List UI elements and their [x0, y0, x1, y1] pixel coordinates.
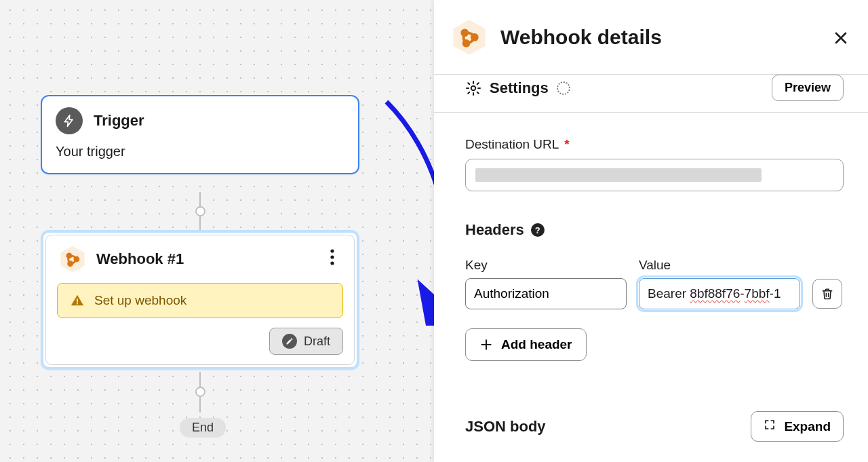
setup-warning-banner[interactable]: Set up webhook [57, 283, 343, 318]
value-column-label: Value [639, 258, 800, 273]
svg-marker-0 [60, 246, 84, 273]
end-node[interactable]: End [180, 418, 226, 438]
warning-icon [70, 293, 85, 308]
pencil-icon [282, 334, 297, 349]
warning-text: Set up webhook [94, 293, 186, 308]
settings-section-header: Settings Preview [465, 75, 844, 112]
svg-rect-8 [77, 303, 78, 305]
plus-icon [479, 338, 493, 351]
webhook-hex-icon [58, 245, 87, 273]
required-star-icon: * [564, 137, 569, 152]
close-button[interactable] [829, 26, 853, 50]
json-body-section-title: JSON body [465, 418, 546, 436]
trigger-description: Your trigger [42, 141, 358, 173]
delete-header-button[interactable] [812, 279, 842, 309]
add-header-button[interactable]: Add header [465, 328, 587, 361]
connector-dot[interactable] [195, 387, 205, 397]
trash-icon [821, 287, 834, 301]
svg-point-6 [330, 261, 334, 265]
webhook-hex-icon [450, 18, 488, 56]
svg-marker-9 [453, 20, 485, 55]
webhook-node[interactable]: Webhook #1 Set up webhook Draft [41, 230, 359, 370]
connector-dot[interactable] [195, 206, 205, 216]
details-panel: Webhook details Settings Preview Destina… [434, 0, 868, 462]
destination-url-label: Destination URL * [465, 137, 844, 152]
draft-label: Draft [304, 334, 330, 349]
panel-title: Webhook details [500, 26, 662, 49]
expand-icon [764, 419, 776, 434]
trigger-title: Trigger [94, 112, 144, 130]
svg-rect-7 [77, 299, 78, 303]
panel-header: Webhook details [434, 0, 868, 75]
lightning-icon [56, 107, 83, 134]
settings-label: Settings [490, 79, 549, 97]
preview-button[interactable]: Preview [772, 75, 844, 101]
annotation-arrow [353, 95, 434, 326]
help-icon[interactable]: ? [531, 223, 545, 237]
header-key-input[interactable] [465, 278, 627, 309]
webhook-title: Webhook #1 [96, 250, 184, 268]
gear-icon [465, 80, 481, 96]
trigger-node[interactable]: Trigger Your trigger [41, 95, 359, 174]
destination-url-input[interactable] [465, 159, 844, 191]
redacted-value [475, 168, 762, 182]
add-header-label: Add header [501, 337, 572, 352]
more-menu-button[interactable] [320, 245, 344, 269]
header-value-input[interactable]: Bearer 8bf88f76-7bbf-1 [639, 278, 800, 309]
expand-label: Expand [784, 419, 831, 434]
draft-button[interactable]: Draft [269, 328, 343, 355]
loading-spinner-icon [557, 81, 570, 95]
headers-section-title: Headers ? [465, 221, 844, 239]
svg-point-5 [330, 255, 334, 258]
svg-point-13 [471, 85, 475, 90]
panel-scroll-area[interactable]: Settings Preview Destination URL * Heade… [434, 75, 868, 462]
key-column-label: Key [465, 258, 627, 273]
workflow-canvas[interactable]: Trigger Your trigger W [0, 0, 434, 462]
svg-point-4 [330, 249, 334, 252]
expand-button[interactable]: Expand [751, 411, 844, 442]
header-row: Key Value Bearer 8bf88f76-7bbf-1 [465, 258, 844, 309]
